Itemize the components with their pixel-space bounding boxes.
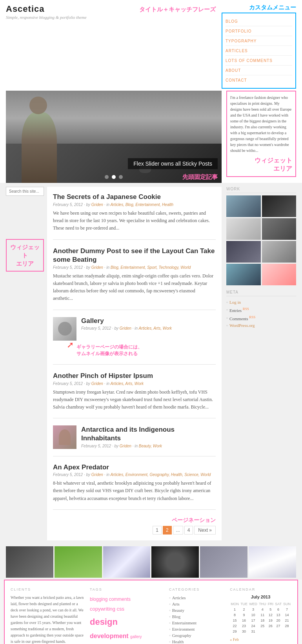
cat-articles[interactable]: ◦Articles (169, 595, 224, 601)
post-3-meta: February 5, 2012 · by Griden · in Articl… (81, 326, 172, 330)
post-3-gallery: Gallery February 5, 2012 · by Griden · i… (53, 317, 216, 365)
cat-health[interactable]: ◦Health (169, 639, 224, 644)
post-6-title[interactable]: An Apex Predator (53, 463, 216, 471)
pagination-annotation: ページネーション (53, 517, 216, 524)
work-item-1[interactable] (226, 195, 261, 217)
post-2: Another Dummy Post to see if the Layout … (53, 247, 216, 310)
meta-wordpress[interactable]: ◦ WordPress.org (226, 322, 296, 329)
footer-col-calendar: CALENDAR July 2013 MON TUE WED THU FRI S… (230, 587, 291, 644)
post-2-title[interactable]: Another Dummy Post to see if the Layout … (53, 247, 216, 264)
work-item-2[interactable] (262, 195, 297, 217)
slider-caption: Flex Slider owns all Sticky Posts (128, 158, 218, 169)
clients-text: Whether you want a bricked patio area, a… (11, 595, 84, 644)
nav-item-contact[interactable]: CONTACT (226, 75, 292, 85)
footer-col-tags: TAGS blogging comments copywriting css d… (90, 587, 163, 644)
tag-css[interactable]: css (117, 606, 125, 612)
post-1-title[interactable]: The Secrets of a Japanese Cookie (53, 193, 216, 201)
post-4-meta: February 5, 2012 · by Griden · in Articl… (53, 381, 216, 386)
meta-list: ◦ Log in ◦ Entries RSS ◦ Comments RSS ◦ … (226, 299, 296, 329)
dot-1[interactable] (105, 175, 109, 179)
sidebar-text-widget: I'm a freelance fashion designer who spe… (226, 91, 296, 177)
tag-copywriting[interactable]: copywriting (90, 606, 117, 612)
dot-2[interactable] (112, 175, 116, 179)
post-5-title[interactable]: Antarctica and its Indigenous Innhabitan… (81, 425, 216, 443)
cat-arts[interactable]: ◦Arts (169, 601, 224, 607)
left-sidebar: ウィジェットエリア (6, 187, 47, 540)
site-tagline: Simple, responsive blogging & portfolio … (6, 15, 135, 20)
widget-area-annotation-left: ウィジェットエリア (6, 239, 44, 272)
footer-image-strip (0, 544, 302, 580)
post-2-meta: February 5, 2012 · by Griden · in Blog, … (53, 265, 216, 270)
nav-item-about[interactable]: ABOUT (226, 66, 292, 75)
work-item-3[interactable] (226, 218, 261, 240)
post-2-excerpt: Mustache seitan readymade aliquip, enim … (53, 272, 216, 303)
post-5-thumbnail (53, 425, 76, 449)
work-item-8[interactable] (262, 264, 297, 285)
page-4[interactable]: 4 (184, 526, 193, 535)
tags-title: TAGS (90, 587, 163, 591)
post-6-excerpt: 8-bit whatever ut viral, aesthetic brook… (53, 480, 216, 502)
tag-comments[interactable]: comments (109, 597, 131, 602)
right-sidebar: WORK META ◦ Log in ◦ Entries RSS ◦ Comme… (222, 187, 296, 540)
work-widget: WORK (226, 187, 296, 285)
post-3-thumbnail (53, 317, 76, 341)
page-2[interactable]: 2 (163, 526, 172, 535)
nav-item-lots-comments[interactable]: LOTS OF COMMENTS (226, 56, 292, 66)
slider-dots (105, 175, 123, 179)
post-1-meta: February 5, 2012 · by Griden · in Articl… (53, 203, 216, 207)
widget-area-annotation-right: ウィジェットエリア (230, 157, 292, 173)
site-title: Ascetica (6, 4, 135, 14)
nav-item-typography[interactable]: TYPOGRAPHY (226, 36, 292, 46)
work-item-4[interactable] (262, 218, 297, 240)
footer-col-clients: CLIENTS Whether you want a bricked patio… (11, 587, 84, 644)
search-input[interactable] (6, 187, 44, 196)
tag-design[interactable]: design (90, 617, 118, 627)
footer-widgets: CLIENTS Whether you want a bricked patio… (4, 580, 298, 644)
sticky-posts-annotation: 先頭固定記事 (182, 173, 218, 181)
cat-environment[interactable]: ◦Environment (169, 626, 224, 632)
cat-entertainment[interactable]: ◦Entertainment (169, 620, 224, 626)
nav-item-blog[interactable]: BLOG (226, 16, 292, 26)
tag-blogging[interactable]: blogging (90, 597, 109, 602)
meta-entries-rss[interactable]: ◦ Entries RSS (226, 306, 296, 314)
footer-img-4 (151, 546, 199, 578)
post-6: An Apex Predator February 5, 2012 · by G… (53, 463, 216, 510)
post-6-meta: February 5, 2012 · by Griden · in Articl… (53, 473, 216, 477)
post-5-meta: February 5, 2012 · by Griden · in Beauty… (81, 444, 216, 448)
clients-title: CLIENTS (11, 587, 84, 591)
nav-item-articles[interactable]: ARTICLES (226, 46, 292, 56)
post-3-title[interactable]: Gallery (81, 317, 172, 325)
cal-tue: TUE (240, 601, 248, 607)
work-item-5[interactable] (226, 241, 261, 263)
gallery-annotation: ギャラリーページの場合には、サムネイル画像が表示される (76, 344, 142, 356)
footer-img-3 (103, 546, 151, 578)
custom-menu-container: カスタムメニュー BLOG PORTFOLIO TYPOGRAPHY ARTIC… (222, 4, 296, 89)
meta-comments-rss[interactable]: ◦ Comments RSS (226, 314, 296, 322)
post-4-title[interactable]: Another Pinch of Hipster Ipsum (53, 372, 216, 380)
cal-fri: FRI (267, 601, 275, 607)
pagination: 1 2 ... 4 Next » (53, 526, 216, 535)
site-branding: Ascetica Simple, responsive blogging & p… (6, 4, 135, 20)
dot-3[interactable] (119, 175, 123, 179)
categories-list: ◦Articles ◦Arts ◦Beauty ◦Blog ◦Entertain… (169, 595, 224, 644)
cat-blog[interactable]: ◦Blog (169, 613, 224, 620)
custom-menu-widget: BLOG PORTFOLIO TYPOGRAPHY ARTICLES LOTS … (222, 13, 296, 89)
page-next[interactable]: Next » (194, 526, 216, 535)
custom-menu-annotation: カスタムメニュー (222, 4, 296, 11)
nav-item-portfolio[interactable]: PORTFOLIO (226, 26, 292, 36)
calendar-title-label: CALENDAR (230, 587, 291, 591)
cal-thu: THU (258, 601, 267, 607)
cal-prev-month[interactable]: « Feb (230, 637, 239, 642)
page-1[interactable]: 1 (153, 526, 162, 535)
work-item-6[interactable] (262, 241, 297, 263)
cat-geography[interactable]: ◦Geography (169, 632, 224, 639)
footer-img-6 (249, 546, 296, 578)
post-4-excerpt: Stumptown irony freegan keytar. Cred raw… (53, 389, 216, 411)
cat-beauty[interactable]: ◦Beauty (169, 607, 224, 613)
footer-col-categories: CATEGORIES ◦Articles ◦Arts ◦Beauty ◦Blog… (169, 587, 224, 644)
work-item-7[interactable] (226, 264, 261, 285)
meta-login[interactable]: ◦ Log in (226, 299, 296, 306)
tag-gallery[interactable]: gallery (130, 635, 142, 639)
page-ellipsis: ... (173, 526, 183, 535)
tag-development[interactable]: development (90, 633, 130, 639)
